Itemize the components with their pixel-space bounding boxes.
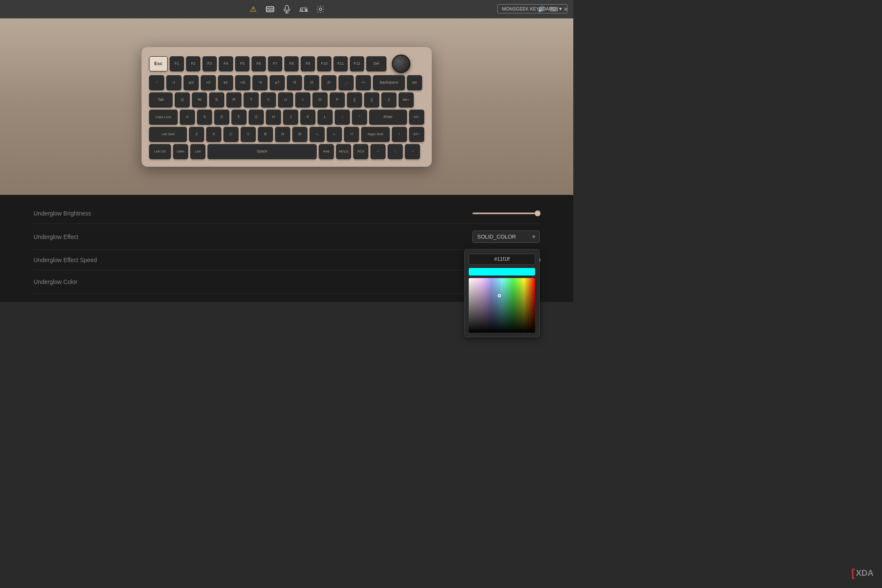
key-z[interactable]: Z: [189, 127, 204, 142]
key-4[interactable]: $4: [218, 75, 233, 90]
key-9[interactable]: (9: [304, 75, 319, 90]
key-w[interactable]: W: [192, 92, 207, 108]
key-1[interactable]: !1: [166, 75, 181, 90]
key-f1[interactable]: F1: [170, 56, 184, 71]
key-f7[interactable]: F7: [268, 56, 282, 71]
key-l[interactable]: L: [318, 110, 333, 125]
key-3[interactable]: #3: [201, 75, 216, 90]
key-period[interactable]: >.: [327, 127, 342, 142]
key-n[interactable]: N: [275, 127, 290, 142]
key-2[interactable]: @2: [184, 75, 199, 90]
key-f10[interactable]: F10: [317, 56, 331, 71]
key-ef-plus[interactable]: EF+: [409, 127, 424, 142]
key-enter[interactable]: Enter: [369, 110, 407, 125]
key-t[interactable]: T: [244, 92, 259, 108]
key-rctl[interactable]: RCtl: [353, 144, 368, 159]
key-rbracket[interactable]: }]: [364, 92, 379, 108]
underglow-brightness-slider[interactable]: [472, 213, 540, 214]
key-right-shift[interactable]: Right Shift: [361, 127, 390, 142]
key-lwin[interactable]: LWin: [173, 144, 188, 159]
key-v[interactable]: V: [241, 127, 256, 142]
key-g[interactable]: G: [249, 110, 264, 125]
key-a[interactable]: A: [180, 110, 195, 125]
key-b[interactable]: B: [258, 127, 273, 142]
mic-icon[interactable]: [282, 5, 291, 14]
key-f5[interactable]: F5: [235, 56, 249, 71]
key-7[interactable]: &7: [270, 75, 285, 90]
key-m0[interactable]: M0: [407, 75, 422, 90]
key-i[interactable]: I: [295, 92, 310, 108]
key-e[interactable]: E: [209, 92, 224, 108]
key-r[interactable]: R: [226, 92, 242, 108]
underglow-effect-value: SOLID_COLOR: [477, 234, 516, 240]
key-row-fn: Esc F1 F2 F3 F4 F5 F6 F7 F8 F9 F10 F11 F…: [149, 55, 424, 73]
key-5[interactable]: %5: [235, 75, 250, 90]
key-right[interactable]: →: [405, 144, 420, 159]
key-j[interactable]: J: [283, 110, 298, 125]
color-hue-bar[interactable]: [469, 268, 535, 276]
key-f4[interactable]: F4: [219, 56, 233, 71]
key-f[interactable]: F: [231, 110, 247, 125]
underglow-effect-control: SOLID_COLOR ▼: [472, 231, 540, 243]
key-del[interactable]: Del: [366, 56, 386, 71]
key-f6[interactable]: F6: [252, 56, 266, 71]
key-grave[interactable]: ~`: [149, 75, 164, 90]
key-down[interactable]: ↓: [388, 144, 403, 159]
key-slash[interactable]: ?/: [344, 127, 359, 142]
key-knob[interactable]: [392, 55, 410, 73]
key-mo2[interactable]: MO(2): [336, 144, 351, 159]
key-x[interactable]: X: [206, 127, 221, 142]
key-q[interactable]: Q: [175, 92, 190, 108]
svg-point-14: [305, 9, 306, 10]
key-equals[interactable]: +=: [356, 75, 371, 90]
key-y[interactable]: Y: [261, 92, 276, 108]
key-left-shift[interactable]: Left Shift: [149, 127, 187, 142]
key-u[interactable]: U: [278, 92, 293, 108]
key-lalt[interactable]: LAlt: [190, 144, 205, 159]
color-hex-input[interactable]: [469, 254, 535, 265]
key-semicolon[interactable]: :;: [335, 110, 350, 125]
key-quote[interactable]: "': [352, 110, 367, 125]
warning-icon[interactable]: ⚠: [249, 5, 258, 14]
keyboard-icon[interactable]: [265, 5, 275, 14]
key-up[interactable]: ↑: [392, 127, 407, 142]
key-lbracket[interactable]: {[: [347, 92, 362, 108]
key-c[interactable]: C: [223, 127, 239, 142]
key-6[interactable]: ^6: [252, 75, 268, 90]
key-esc[interactable]: Esc: [149, 56, 168, 71]
key-f2[interactable]: F2: [186, 56, 200, 71]
key-h[interactable]: H: [266, 110, 281, 125]
key-backslash[interactable]: |\: [381, 92, 396, 108]
key-f9[interactable]: F9: [301, 56, 315, 71]
key-space[interactable]: Space: [207, 144, 317, 159]
key-d[interactable]: D: [214, 110, 229, 125]
key-ralt[interactable]: RAlt: [319, 144, 334, 159]
key-tab[interactable]: Tab: [149, 92, 173, 108]
key-br-plus[interactable]: BR+: [399, 92, 414, 108]
key-k[interactable]: K: [300, 110, 315, 125]
key-8[interactable]: *8: [287, 75, 302, 90]
controller-icon[interactable]: [299, 5, 308, 14]
key-row-bottom: Left Ctrl LWin LAlt Space RAlt MO(2) RCt…: [149, 144, 424, 159]
device-selector[interactable]: MONSGEEK KEYBOARD ▼: [497, 4, 567, 13]
key-0[interactable]: )0: [321, 75, 336, 90]
key-minus[interactable]: _-: [339, 75, 354, 90]
key-m[interactable]: M: [292, 127, 307, 142]
key-o[interactable]: O: [312, 92, 328, 108]
key-p[interactable]: P: [330, 92, 345, 108]
key-f12[interactable]: F12: [350, 56, 364, 71]
key-left[interactable]: ←: [370, 144, 386, 159]
key-ef-minus[interactable]: EF-: [409, 110, 424, 125]
key-s[interactable]: S: [197, 110, 212, 125]
key-comma[interactable]: <,: [310, 127, 325, 142]
key-f3[interactable]: F3: [202, 56, 217, 71]
key-caps-lock[interactable]: Caps Lock: [149, 110, 178, 125]
underglow-brightness-label: Underglow Brightness: [34, 210, 91, 217]
key-backspace[interactable]: Backspace: [373, 75, 405, 90]
key-f11[interactable]: F11: [333, 56, 348, 71]
underglow-effect-dropdown[interactable]: SOLID_COLOR: [472, 231, 540, 243]
settings-icon[interactable]: [316, 5, 325, 14]
color-gradient-area[interactable]: [469, 278, 535, 333]
key-left-ctrl[interactable]: Left Ctrl: [149, 144, 171, 159]
key-f8[interactable]: F8: [284, 56, 299, 71]
